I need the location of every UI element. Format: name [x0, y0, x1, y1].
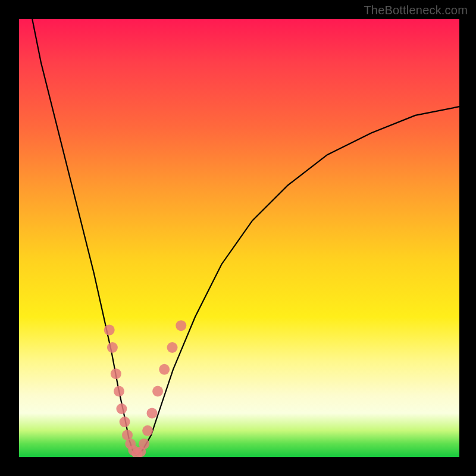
marker-dot	[120, 416, 130, 427]
marker-dot	[104, 325, 115, 336]
chart-frame: TheBottleneck.com	[0, 0, 476, 476]
marker-dot	[142, 425, 153, 436]
marker-dot	[147, 408, 158, 418]
marker-dot	[139, 439, 149, 449]
marker-dot	[111, 368, 121, 379]
marker-dots	[104, 320, 187, 457]
marker-dot	[107, 342, 118, 353]
marker-dot	[116, 403, 127, 414]
curve-layer	[19, 19, 459, 457]
marker-dot	[152, 386, 163, 397]
marker-dot	[159, 364, 170, 375]
watermark-text: TheBottleneck.com	[364, 4, 468, 17]
bottleneck-curve	[32, 19, 459, 455]
marker-dot	[114, 386, 124, 397]
marker-dot	[167, 342, 178, 353]
marker-dot	[176, 320, 186, 331]
plot-area	[19, 19, 459, 457]
